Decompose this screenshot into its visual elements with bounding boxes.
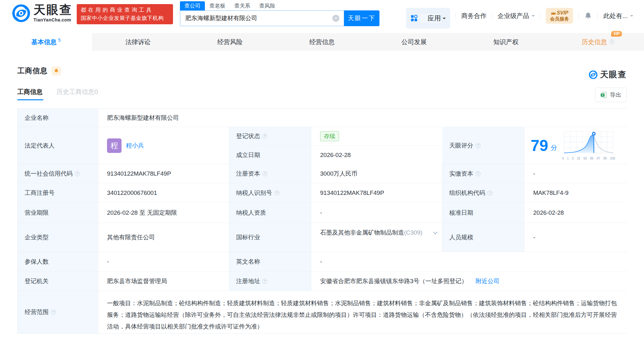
field-value-company-name: 肥东海螺新型建材有限公司: [98, 109, 627, 127]
field-label-credit-code: 统一社会信用代码: [18, 164, 98, 183]
field-value-reg-status: 存续: [311, 127, 442, 146]
menu-item-enterprise-products[interactable]: 企业级产品: [498, 12, 535, 20]
search-input[interactable]: [180, 15, 332, 22]
tab-company-development[interactable]: 公司发展: [368, 33, 460, 51]
divider: [492, 13, 492, 19]
promo-line2: 国家中小企业发展子基金旗下机构: [81, 14, 169, 22]
table-row: 经营范围 一般项目：水泥制品制造；砼结构构件制造；轻质建筑材料制造；轻质建筑材料…: [18, 291, 626, 333]
business-info-table: 企业名称 肥东海螺新型建材有限公司 法定代表人 程 程小兵 登记状态 存续: [17, 108, 627, 334]
tab-intellectual-property[interactable]: 知识产权: [460, 33, 552, 51]
divider: [540, 13, 540, 19]
field-label-reg-number: 工商注册号: [18, 183, 98, 203]
tianyancha-swirl-icon: [589, 70, 598, 79]
search-tabs: 查公司 查老板 查关系 查风险: [180, 2, 379, 10]
tab-history-info[interactable]: 历史信息 VIP: [552, 33, 644, 51]
field-label-business-scope: 经营范围: [18, 291, 98, 333]
divider: [456, 13, 456, 19]
field-label-legal-rep: 法定代表人: [18, 127, 98, 164]
field-label-company-type: 企业类型: [18, 223, 98, 252]
score-unit: 分: [551, 143, 557, 152]
crown-icon: [551, 11, 556, 15]
promo-banner[interactable]: 都在用的商业查询工具 国家中小企业发展子基金旗下机构: [77, 4, 173, 24]
help-icon[interactable]: [262, 134, 267, 139]
score-chart-ticks: 01 315 5085 9799 100: [562, 157, 615, 160]
help-icon[interactable]: [487, 190, 492, 195]
apps-button[interactable]: 应用: [406, 8, 450, 29]
subtab-business-info[interactable]: 工商信息: [17, 88, 43, 100]
nearby-companies-link[interactable]: 附近公司: [476, 277, 500, 285]
tab-operating-info[interactable]: 经营信息: [276, 33, 368, 51]
vip-badge: VIP: [611, 31, 622, 37]
field-value-reg-address: 安徽省合肥市肥东县撮镇镇东华路3号（一址多照登记） 附近公司: [311, 272, 627, 291]
field-label-tianyan-score: 天眼评分: [442, 127, 524, 164]
field-label-company-name: 企业名称: [18, 109, 98, 127]
field-value-credit-code: 91340122MAK78LF49P: [98, 164, 229, 183]
table-row: 营业期限 2026-02-28 至 无固定期限 纳税人资质 - 核准日期 202…: [18, 203, 626, 223]
divider: [598, 13, 598, 19]
svip-member-button[interactable]: SVIP 会员服务: [546, 8, 573, 23]
field-label-industry: 国标行业: [229, 223, 311, 252]
table-row: 统一社会信用代码 91340122MAK78LF49P 注册资本 3000万人民…: [18, 164, 626, 183]
field-value-industry: 石墨及其他非金属矿物制品制造(C309): [311, 223, 442, 252]
chevron-down-icon: [532, 15, 535, 18]
table-row: 企业名称 肥东海螺新型建材有限公司: [18, 109, 626, 127]
table-row: 法定代表人 程 程小兵 登记状态 存续 成立日期 2026-02-28: [18, 127, 626, 164]
tab-operating-risk[interactable]: 经营风险: [184, 33, 276, 51]
site-header: 天眼查 TianYanCha.com 都在用的商业查询工具 国家中小企业发展子基…: [0, 0, 644, 33]
search-tab-boss[interactable]: 查老板: [205, 1, 230, 10]
tianyancha-logo[interactable]: 天眼查 TianYanCha.com: [12, 4, 72, 22]
brand-name: 天眼查: [33, 4, 72, 16]
table-row: 参保人数 - 英文名称 -: [18, 252, 626, 272]
help-icon[interactable]: [262, 171, 267, 176]
avatar[interactable]: 程: [107, 138, 122, 153]
help-icon[interactable]: [609, 39, 614, 44]
table-row: 登记机关 肥东县市场监督管理局 注册地址 安徽省合肥市肥东县撮镇镇东华路3号（一…: [18, 272, 626, 291]
main-content: 工商信息 天眼查 工商信息 历史工商信息0 X: [0, 51, 644, 334]
score-distribution-chart: 01 315 5085 9799 100: [562, 131, 615, 160]
search-tab-company[interactable]: 查公司: [180, 1, 205, 10]
help-icon[interactable]: [75, 171, 80, 176]
help-icon[interactable]: [274, 190, 279, 195]
top-menu: 应用 商务合作 企业级产品 SVIP 会员服务: [406, 0, 633, 32]
field-label-insured-count: 参保人数: [18, 252, 98, 272]
field-value-org-code: MAK78LF4-9: [524, 183, 627, 203]
field-value-business-scope: 一般项目：水泥制品制造；砼结构构件制造；轻质建筑材料制造；轻质建筑材料销售；水泥…: [98, 291, 627, 333]
field-label-approval-date: 核准日期: [442, 203, 524, 223]
apps-label: 应用: [420, 14, 441, 23]
help-icon[interactable]: [475, 171, 480, 176]
help-icon[interactable]: [51, 310, 56, 315]
help-icon[interactable]: [475, 143, 480, 148]
field-value-staff-size: -: [524, 223, 627, 252]
field-value-taxpayer-id: 91340122MAK78LF49P: [311, 183, 442, 203]
promo-line1: 都在用的商业查询工具: [81, 6, 169, 14]
clear-icon[interactable]: [332, 15, 339, 22]
field-label-establish-date: 成立日期: [229, 146, 311, 164]
chevron-down-icon: [443, 18, 446, 21]
field-label-reg-address: 注册地址: [229, 272, 311, 291]
field-value-legal-rep: 程 程小兵: [98, 127, 229, 164]
user-account-menu[interactable]: 此处有...: [603, 12, 633, 20]
field-value-reg-capital: 3000万人民币: [311, 164, 442, 183]
export-button[interactable]: X 导出: [595, 88, 627, 102]
search-area: 查公司 查老板 查关系 查风险 天眼一下: [180, 2, 379, 26]
notification-bell-icon[interactable]: [584, 12, 592, 20]
score-value: 79: [531, 138, 548, 154]
search-tab-risk[interactable]: 查风险: [255, 1, 280, 10]
legal-rep-link[interactable]: 程小兵: [126, 142, 144, 150]
help-icon[interactable]: [262, 279, 267, 284]
tab-legal-proceedings[interactable]: 法律诉讼: [92, 33, 184, 51]
tab-basic-info[interactable]: 基本信息 5: [0, 33, 92, 51]
field-label-business-term: 营业期限: [18, 203, 98, 223]
subtab-history-business-info[interactable]: 历史工商信息0: [57, 88, 98, 100]
apps-grid-icon: [410, 15, 418, 22]
chevron-down-icon: [630, 15, 633, 18]
field-label-english-name: 英文名称: [229, 252, 311, 272]
search-button[interactable]: 天眼一下: [344, 10, 379, 26]
menu-item-business-cooperation[interactable]: 商务合作: [461, 12, 486, 20]
tab-count: 5: [58, 38, 61, 43]
field-value-business-term: 2026-02-28 至 无固定期限: [98, 203, 229, 223]
chevron-down-icon[interactable]: [433, 230, 438, 234]
tianyancha-watermark: 天眼查: [589, 69, 627, 80]
subscribe-bell-icon[interactable]: [51, 66, 61, 76]
search-tab-relation[interactable]: 查关系: [230, 1, 255, 10]
